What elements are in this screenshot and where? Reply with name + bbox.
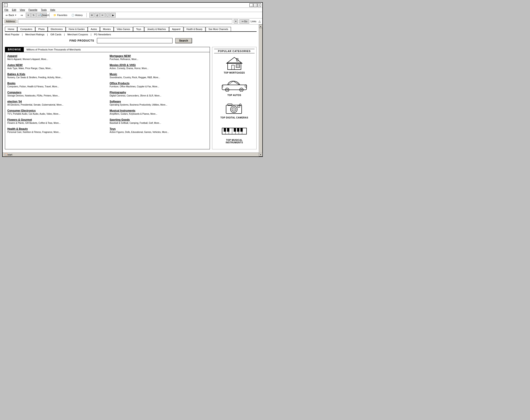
category-software-links: Operating Systems, Business Productivity… — [110, 103, 207, 106]
svg-point-17 — [231, 106, 237, 113]
tab-apparel[interactable]: Apparel — [169, 27, 183, 31]
menu-help[interactable]: Help — [50, 8, 55, 11]
menu-file[interactable]: File — [4, 8, 8, 11]
nav-most-popular[interactable]: Most Popular — [5, 33, 19, 36]
category-mortgages[interactable]: Mortgages NEW! — [110, 55, 207, 58]
nav-row2: Most Popular | Merchant Ratings | Gift C… — [5, 33, 257, 36]
nav-gift-cards[interactable]: Gift Cards — [50, 33, 62, 36]
category-music[interactable]: Music — [110, 73, 207, 76]
tab-movies[interactable]: Movies — [100, 27, 114, 31]
search-icon: 🔍 — [40, 14, 42, 16]
browse-panel: BROWSE Millions of Products from Thousan… — [5, 47, 210, 149]
history-icon: 🕐 — [71, 14, 74, 17]
category-col-left: Apparel Men's Apparel, Women's Apparel, … — [7, 55, 105, 136]
menu-tools[interactable]: Tools — [41, 8, 47, 11]
mail-button[interactable]: ✉ — [89, 13, 94, 17]
favorites-button[interactable]: 📁 Favorites — [52, 13, 68, 17]
list-item: Musical Instruments Amplifiers, Guitars,… — [110, 109, 207, 115]
tab-computers[interactable]: Computers — [17, 27, 35, 31]
category-sporting-goods[interactable]: Sporting Goods — [110, 118, 207, 121]
triangle-icon: △ — [259, 20, 261, 23]
search-button[interactable]: Search — [175, 38, 192, 43]
tab-photo[interactable]: Photo — [35, 27, 48, 31]
tab-toys[interactable]: Toys — [133, 27, 144, 31]
menu-favorite[interactable]: Favorite — [29, 8, 37, 11]
tab-health-beauty[interactable]: Health & Beauty — [184, 27, 206, 31]
list-item: Flowers & Gourmet Flowers & Plants, Gift… — [7, 118, 105, 124]
edit-button[interactable]: ✏ — [100, 13, 105, 17]
search-button[interactable]: 🔍 Search — [42, 13, 47, 17]
tab-home-garden[interactable]: Home & Garden — [66, 27, 88, 31]
list-item: Office Products Furniture, Office Machin… — [110, 82, 207, 88]
stop-button[interactable]: ✕ — [26, 13, 31, 17]
category-election[interactable]: election '04 — [7, 100, 105, 103]
popular-categories-panel: POPULAR CATEGORIES — [212, 47, 257, 149]
svg-rect-34 — [241, 128, 243, 131]
start-label[interactable]: start — [8, 153, 12, 156]
popular-autos[interactable]: TOP AUTOS — [214, 78, 254, 96]
category-musical-instruments[interactable]: Musical Instruments — [110, 109, 207, 112]
address-input[interactable] — [18, 19, 232, 24]
scrollbar-up-button[interactable]: ▲ — [259, 24, 263, 28]
tab-jewelry[interactable]: Jewelry & Watches — [144, 27, 169, 31]
category-office-links: Furniture, Office Machines, Coppler & Fa… — [110, 85, 207, 88]
category-photography[interactable]: Photography — [110, 91, 207, 94]
category-health-beauty[interactable]: Health & Beauty — [7, 127, 105, 130]
popular-music[interactable]: TOP MUSICAL INSTRUMENTS — [214, 122, 254, 144]
category-movies[interactable]: Movies (DVD & VHS) — [110, 64, 207, 67]
popular-cameras[interactable]: TOP DIGITAL CAMERAS — [214, 100, 254, 119]
category-flowers[interactable]: Flowers & Gourmet — [7, 118, 105, 121]
category-autos[interactable]: Autos NEW! — [7, 64, 105, 67]
list-item: Apparel Men's Apparel, Women's Apparel, … — [7, 55, 105, 60]
search-input[interactable] — [97, 38, 173, 43]
nav-pg-newsletters[interactable]: PG Newsletters — [94, 33, 111, 36]
category-books[interactable]: Books — [7, 82, 105, 85]
category-col-right: Mortgages NEW! Purchase, Refinance, More… — [110, 55, 207, 136]
list-item: Autos NEW! Auto Type, Make, Price Range,… — [7, 64, 105, 70]
category-health-beauty-links: Personal Care, Nutrition & Fitness, Frag… — [7, 131, 105, 133]
menu-view[interactable]: View — [20, 8, 25, 11]
list-item: election '04 All Elections, Presidential… — [7, 100, 105, 106]
links-button[interactable]: Links — [250, 20, 256, 23]
favorites-icon: 📁 — [53, 14, 57, 17]
close-button[interactable]: ✕ — [257, 3, 261, 7]
menu-edit[interactable]: Edit — [12, 8, 16, 11]
category-apparel[interactable]: Apparel — [7, 55, 105, 58]
nav-merchant-ratings[interactable]: Merchant Ratings — [25, 33, 44, 36]
category-toys[interactable]: Toys — [110, 127, 207, 130]
forward-button[interactable]: ⇒ — [19, 13, 24, 17]
svg-rect-2 — [232, 65, 234, 70]
svg-point-18 — [232, 107, 236, 111]
favorites-label: Favorites — [57, 14, 67, 16]
media-button[interactable]: ▶ — [111, 13, 116, 17]
category-babies[interactable]: Babies & Kids — [7, 73, 105, 76]
tab-autos[interactable]: Autos — [88, 27, 100, 31]
browse-header: BROWSE Millions of Products from Thousan… — [5, 47, 210, 52]
back-button[interactable]: ⇐ Back ▼ — [4, 13, 17, 17]
tab-electronics[interactable]: Electronics — [48, 27, 66, 31]
popular-mortgages[interactable]: TOP MORTGAGES — [214, 55, 254, 74]
category-office[interactable]: Office Products — [110, 82, 207, 85]
toolbar: ⇐ Back ▼ ⇒ ✕ ↻ ⌂ 🔍 Search 📁 Favorites 🕐 … — [3, 12, 262, 18]
category-consumer-electronics-links: TV's, Portable Audio, Car Audio, Audio, … — [7, 113, 105, 115]
tab-video-games[interactable]: Video Games — [114, 27, 133, 31]
browse-subtitle: Millions of Products from Thousands of M… — [24, 47, 83, 52]
category-computers[interactable]: Computers — [7, 91, 105, 94]
category-software[interactable]: Software — [110, 100, 207, 103]
maximize-button[interactable]: □ — [253, 3, 257, 7]
tab-see-more[interactable]: See More Channels — [206, 27, 231, 31]
print-button[interactable]: 🖨 — [95, 13, 100, 17]
category-consumer-electronics[interactable]: Consumer Electronics — [7, 109, 105, 112]
category-election-links: All Elections, Presidential, Senate, Gub… — [7, 103, 105, 106]
history-button[interactable]: 🕐 History — [70, 13, 84, 17]
discuss-button[interactable]: 💬 — [105, 13, 110, 17]
refresh-button[interactable]: ↻ — [31, 13, 36, 17]
minimize-button[interactable]: _ — [250, 3, 253, 7]
browse-title: BROWSE — [5, 47, 24, 52]
nav-merchant-coupons[interactable]: Merchant Coupons — [67, 33, 88, 36]
list-item: Software Operating Systems, Business Pro… — [110, 100, 207, 106]
address-dropdown[interactable]: ▼ — [234, 19, 238, 24]
scrollbar-down-button[interactable]: ▼ — [259, 153, 263, 157]
go-button[interactable]: ⇒ Go — [239, 19, 250, 24]
tab-home[interactable]: Home — [5, 27, 17, 31]
